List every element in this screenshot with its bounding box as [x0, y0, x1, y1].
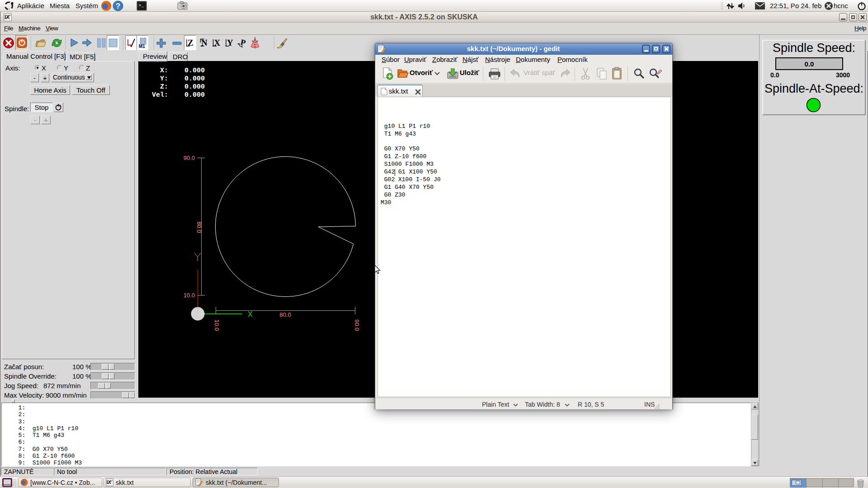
svg-text:M1: M1: [139, 44, 145, 48]
svg-text:IX: IX: [107, 479, 112, 485]
svg-text:?: ?: [116, 2, 120, 10]
svg-text:10.0: 10.0: [213, 319, 220, 331]
svg-text:80.0: 80.0: [279, 311, 291, 318]
svg-text:Y:: Y:: [160, 75, 168, 83]
svg-text:10.0: 10.0: [184, 292, 195, 299]
svg-text:>_: >_: [138, 3, 144, 8]
svg-text:X:: X:: [160, 67, 168, 75]
svg-text:0.000: 0.000: [184, 91, 205, 99]
svg-text:Vel:: Vel:: [152, 91, 168, 99]
svg-text:0.000: 0.000: [184, 67, 205, 75]
svg-text:90.0: 90.0: [184, 155, 195, 161]
svg-text:90.0: 90.0: [354, 319, 360, 331]
svg-text:X: X: [248, 310, 253, 318]
svg-text:80.0: 80.0: [196, 221, 203, 233]
svg-text:0.000: 0.000: [184, 75, 205, 83]
svg-text:Z:: Z:: [160, 83, 168, 91]
svg-text:P: P: [240, 38, 246, 47]
svg-text:0.000: 0.000: [184, 83, 205, 91]
